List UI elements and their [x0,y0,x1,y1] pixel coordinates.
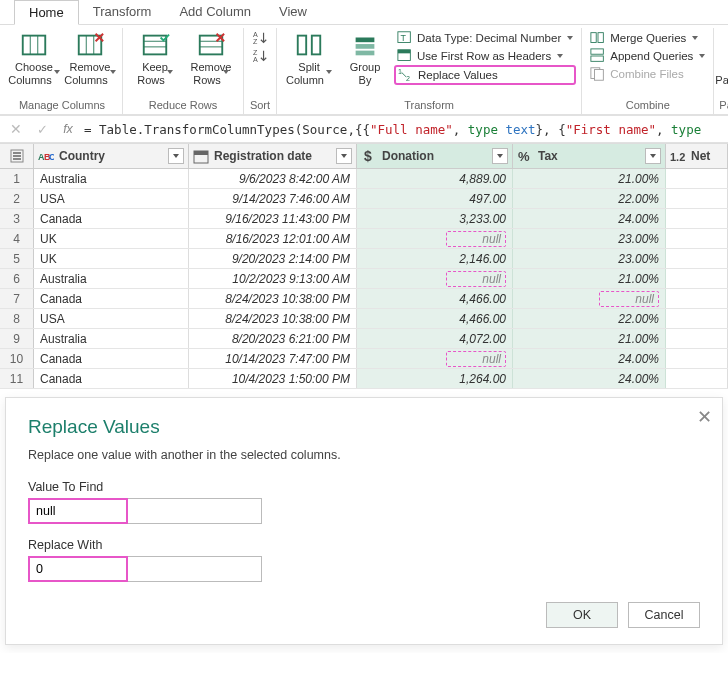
manage-parameters-button[interactable]: ManageParameters [721,28,728,88]
cell-country[interactable]: Australia [34,269,189,288]
column-header-net[interactable]: 1.2Net [666,144,728,168]
cell-country[interactable]: Canada [34,369,189,388]
row-number[interactable]: 9 [0,329,34,348]
cell-donation[interactable]: null [357,269,513,288]
cell-net[interactable] [666,189,728,208]
append-queries-button[interactable]: Append Queries [587,47,708,65]
group-by-button[interactable]: GroupBy [338,28,392,88]
cell-tax[interactable]: 21.00% [513,329,666,348]
cell-registration-date[interactable]: 10/4/2023 1:50:00 PM [189,369,357,388]
grid-corner[interactable] [0,144,34,168]
replace-values-button[interactable]: 12Replace Values [394,65,576,85]
merge-queries-button[interactable]: Merge Queries [587,29,708,47]
cell-registration-date[interactable]: 9/14/2023 7:46:00 AM [189,189,357,208]
cell-registration-date[interactable]: 8/24/2023 10:38:00 PM [189,309,357,328]
cell-tax[interactable]: 24.00% [513,349,666,368]
cell-registration-date[interactable]: 9/16/2023 11:43:00 PM [189,209,357,228]
cell-tax[interactable]: null [513,289,666,308]
cell-tax[interactable]: 24.00% [513,209,666,228]
table-row[interactable]: 2USA9/14/2023 7:46:00 AM497.0022.00% [0,189,728,209]
cell-donation[interactable]: 4,889.00 [357,169,513,188]
cell-net[interactable] [666,349,728,368]
cell-net[interactable] [666,269,728,288]
split-column-button[interactable]: SplitColumn [282,28,336,88]
cell-country[interactable]: USA [34,189,189,208]
row-number[interactable]: 2 [0,189,34,208]
data-type-button[interactable]: TData Type: Decimal Number [394,29,576,47]
remove-rows-button[interactable]: RemoveRows [184,28,238,88]
table-row[interactable]: 3Canada9/16/2023 11:43:00 PM3,233.0024.0… [0,209,728,229]
keep-rows-button[interactable]: KeepRows [128,28,182,88]
cell-country[interactable]: UK [34,229,189,248]
column-filter-dropdown[interactable] [492,148,508,164]
row-number[interactable]: 6 [0,269,34,288]
cell-country[interactable]: UK [34,249,189,268]
formula-accept-button[interactable]: ✓ [32,122,52,137]
cell-net[interactable] [666,289,728,308]
cell-registration-date[interactable]: 10/14/2023 7:47:00 PM [189,349,357,368]
cell-registration-date[interactable]: 10/2/2023 9:13:00 AM [189,269,357,288]
column-filter-dropdown[interactable] [168,148,184,164]
value-to-find-extension[interactable] [128,498,262,524]
cell-country[interactable]: Canada [34,349,189,368]
cell-net[interactable] [666,369,728,388]
row-number[interactable]: 5 [0,249,34,268]
cell-tax[interactable]: 24.00% [513,369,666,388]
cell-tax[interactable]: 22.00% [513,189,666,208]
first-row-headers-button[interactable]: Use First Row as Headers [394,47,576,65]
cell-registration-date[interactable]: 9/6/2023 8:42:00 AM [189,169,357,188]
cell-donation[interactable]: 4,072.00 [357,329,513,348]
cell-registration-date[interactable]: 8/16/2023 12:01:00 AM [189,229,357,248]
cell-registration-date[interactable]: 8/20/2023 6:21:00 PM [189,329,357,348]
row-number[interactable]: 7 [0,289,34,308]
tab-add-column[interactable]: Add Column [165,0,265,24]
cell-country[interactable]: USA [34,309,189,328]
cell-registration-date[interactable]: 8/24/2023 10:38:00 PM [189,289,357,308]
cell-country[interactable]: Canada [34,209,189,228]
table-row[interactable]: 8USA8/24/2023 10:38:00 PM4,466.0022.00% [0,309,728,329]
value-to-find-input[interactable] [28,498,128,524]
cell-donation[interactable]: null [357,349,513,368]
cell-tax[interactable]: 23.00% [513,229,666,248]
cell-donation[interactable]: 3,233.00 [357,209,513,228]
column-filter-dropdown[interactable] [336,148,352,164]
cell-registration-date[interactable]: 9/20/2023 2:14:00 PM [189,249,357,268]
cell-tax[interactable]: 23.00% [513,249,666,268]
column-header-registration-date[interactable]: Registration date [189,144,357,168]
replace-with-input[interactable] [28,556,128,582]
table-row[interactable]: 10Canada10/14/2023 7:47:00 PMnull24.00% [0,349,728,369]
cell-tax[interactable]: 22.00% [513,309,666,328]
cell-donation[interactable]: 2,146.00 [357,249,513,268]
cell-donation[interactable]: 4,466.00 [357,289,513,308]
table-row[interactable]: 5UK9/20/2023 2:14:00 PM2,146.0023.00% [0,249,728,269]
column-header-tax[interactable]: %Tax [513,144,666,168]
table-row[interactable]: 6Australia10/2/2023 9:13:00 AMnull21.00% [0,269,728,289]
row-number[interactable]: 4 [0,229,34,248]
tab-home[interactable]: Home [14,0,79,25]
tab-view[interactable]: View [265,0,321,24]
cell-country[interactable]: Australia [34,169,189,188]
sort-desc-button[interactable]: ZA [249,47,271,65]
cancel-button[interactable]: Cancel [628,602,700,628]
cell-net[interactable] [666,229,728,248]
cell-net[interactable] [666,209,728,228]
cell-donation[interactable]: null [357,229,513,248]
cell-tax[interactable]: 21.00% [513,269,666,288]
tab-transform[interactable]: Transform [79,0,166,24]
column-header-donation[interactable]: $Donation [357,144,513,168]
choose-columns-button[interactable]: ChooseColumns [7,28,61,88]
cell-country[interactable]: Canada [34,289,189,308]
formula-input[interactable]: = Table.TransformColumnTypes(Source,{{"F… [84,122,722,137]
row-number[interactable]: 11 [0,369,34,388]
formula-cancel-button[interactable]: ✕ [6,121,26,137]
row-number[interactable]: 10 [0,349,34,368]
table-row[interactable]: 7Canada8/24/2023 10:38:00 PM4,466.00null [0,289,728,309]
cell-donation[interactable]: 4,466.00 [357,309,513,328]
ok-button[interactable]: OK [546,602,618,628]
cell-donation[interactable]: 497.00 [357,189,513,208]
table-row[interactable]: 1Australia9/6/2023 8:42:00 AM4,889.0021.… [0,169,728,189]
column-header-country[interactable]: ABCCountry [34,144,189,168]
close-icon[interactable]: ✕ [697,406,712,428]
cell-donation[interactable]: 1,264.00 [357,369,513,388]
sort-asc-button[interactable]: AZ [249,29,271,47]
